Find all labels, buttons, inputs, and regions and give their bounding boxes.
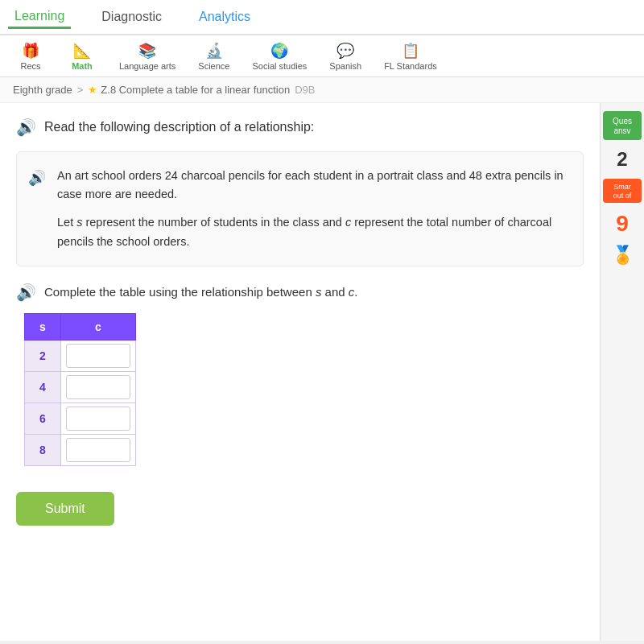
s-value-3: 6 <box>25 402 61 434</box>
c-input-field-3[interactable] <box>66 407 130 431</box>
table-row: 2 <box>25 340 136 371</box>
star-icon: ★ <box>88 84 97 96</box>
recs-icon: 🎁 <box>22 42 39 60</box>
breadcrumb-chevron: > <box>77 84 84 96</box>
c-input-1[interactable] <box>60 340 135 371</box>
fl-standards-icon: 📋 <box>402 42 419 60</box>
breadcrumb-grade[interactable]: Eighth grade <box>13 84 72 96</box>
c-input-field-4[interactable] <box>66 438 130 462</box>
c-input-4[interactable] <box>60 434 135 465</box>
c-input-2[interactable] <box>60 371 135 402</box>
instruction-text: Read the following description of a rela… <box>44 120 314 134</box>
nav-analytics[interactable]: Analytics <box>192 6 257 27</box>
right-sidebar: Quesansv 2 Smarout of 9 🏅 <box>600 103 644 641</box>
read-instruction: 🔊 Read the following description of a re… <box>16 118 584 137</box>
question-card-label: Quesansv <box>613 117 632 135</box>
submit-button[interactable]: Submit <box>16 492 114 526</box>
social-studies-label: Social studies <box>252 61 307 71</box>
math-icon: 📐 <box>73 42 91 60</box>
content-area: 🔊 Read the following description of a re… <box>0 103 600 641</box>
table-row: 6 <box>25 402 136 434</box>
nav-science[interactable]: 🔬 Science <box>188 39 239 74</box>
spanish-icon: 💬 <box>336 42 354 60</box>
score-value: 9 <box>616 211 629 237</box>
problem-box: 🔊 An art school orders 24 charcoal penci… <box>16 151 584 266</box>
language-arts-icon: 📚 <box>138 42 156 60</box>
problem-paragraph-2: Let s represent the number of students i… <box>57 213 567 250</box>
table-instruction: 🔊 Complete the table using the relations… <box>16 283 584 302</box>
breadcrumb: Eighth grade > ★ Z.8 Complete a table fo… <box>0 77 644 103</box>
smart-score-label: Smarout of <box>603 179 642 203</box>
speaker-icon-1[interactable]: 🔊 <box>16 118 36 137</box>
question-number: 2 <box>617 148 627 171</box>
nav-learning[interactable]: Learning <box>8 6 71 29</box>
table-instruction-text: Complete the table using the relationshi… <box>44 285 357 299</box>
p2-prefix: Let <box>57 216 76 229</box>
question-card[interactable]: Quesansv <box>603 111 642 140</box>
nav-fl-standards[interactable]: 📋 FL Standards <box>374 39 447 74</box>
language-arts-label: Language arts <box>119 61 175 71</box>
social-studies-icon: 🌍 <box>270 42 288 60</box>
c-input-field-2[interactable] <box>66 375 130 399</box>
nav-recs[interactable]: 🎁 Recs <box>6 39 55 74</box>
s-value-4: 8 <box>25 434 61 465</box>
ribbon-icon: 🏅 <box>612 245 634 266</box>
breadcrumb-code: D9B <box>295 84 315 96</box>
p2-mid: represent the number of students in the … <box>82 216 345 229</box>
table-row: 4 <box>25 371 136 402</box>
data-table: s c 2 4 6 8 <box>24 313 136 466</box>
table-header-c: c <box>60 313 135 340</box>
nav-language-arts[interactable]: 📚 Language arts <box>109 39 185 74</box>
nav-spanish[interactable]: 💬 Spanish <box>320 39 371 74</box>
c-input-field-1[interactable] <box>66 344 130 368</box>
s-value-2: 4 <box>25 371 61 402</box>
math-label: Math <box>72 61 93 71</box>
fl-standards-label: FL Standards <box>384 61 437 71</box>
table-header-s: s <box>25 313 61 340</box>
speaker-icon-3[interactable]: 🔊 <box>16 283 36 302</box>
top-navigation: Learning Diagnostic Analytics <box>0 0 644 35</box>
science-icon: 🔬 <box>205 42 223 60</box>
recs-label: Recs <box>20 61 40 71</box>
spanish-label: Spanish <box>329 61 361 71</box>
problem-paragraph-1: An art school orders 24 charcoal pencils… <box>57 167 567 204</box>
s-value-1: 2 <box>25 340 61 371</box>
nav-social-studies[interactable]: 🌍 Social studies <box>242 39 316 74</box>
speaker-icon-2[interactable]: 🔊 <box>28 167 46 190</box>
nav-math[interactable]: 📐 Math <box>58 39 106 74</box>
nav-diagnostic[interactable]: Diagnostic <box>95 6 168 27</box>
breadcrumb-title: Z.8 Complete a table for a linear functi… <box>101 84 290 96</box>
table-row: 8 <box>25 434 136 465</box>
icon-navigation: 🎁 Recs 📐 Math 📚 Language arts 🔬 Science … <box>0 35 644 77</box>
science-label: Science <box>198 61 229 71</box>
main-layout: 🔊 Read the following description of a re… <box>0 103 644 641</box>
c-input-3[interactable] <box>60 402 135 434</box>
